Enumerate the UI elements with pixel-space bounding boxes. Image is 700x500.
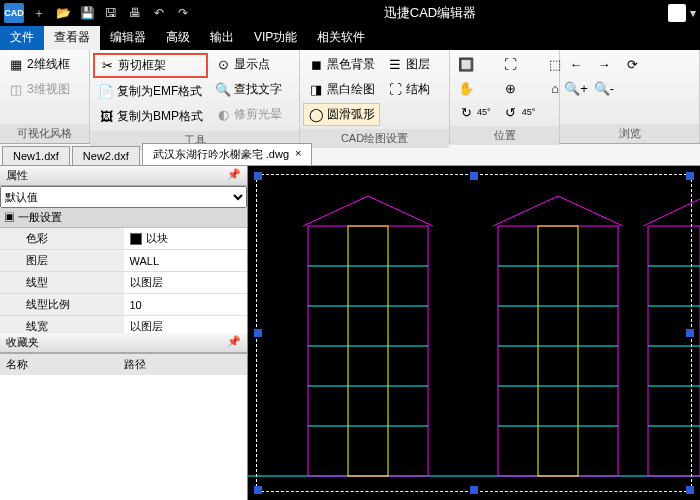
quick-access-toolbar: ＋ 📂 💾 🖫 🖶 ↶ ↷ (30, 4, 192, 22)
default-select[interactable]: 默认值 (0, 186, 247, 208)
zoomext-icon: ⛶ (503, 56, 519, 72)
app-title: 迅捷CAD编辑器 (192, 4, 668, 22)
menu-output[interactable]: 输出 (200, 26, 244, 50)
prop-value[interactable]: 以块 (124, 228, 248, 249)
menu-editor[interactable]: 编辑器 (100, 26, 156, 50)
user-avatar-icon[interactable] (668, 4, 686, 22)
avatar-dropdown-icon[interactable]: ▾ (690, 6, 696, 20)
point-icon: ⊙ (215, 57, 231, 73)
selection-handle[interactable] (686, 172, 694, 180)
doc-tab[interactable]: New1.dxf (2, 146, 70, 165)
zoomout-icon: 🔍- (596, 80, 612, 96)
btn-bw-plot[interactable]: ◨黑白绘图 (303, 78, 380, 101)
arc-icon: ◯ (308, 107, 324, 123)
bmp-icon: 🖼 (98, 109, 114, 125)
btn-trim-halo[interactable]: ◐修剪光晕 (210, 103, 287, 126)
btn-zoom-out[interactable]: 🔍- (591, 77, 617, 99)
undo-icon[interactable]: ↶ (150, 4, 168, 22)
btn-black-bg[interactable]: ◼黑色背景 (303, 53, 380, 76)
menu-viewer[interactable]: 查看器 (44, 26, 100, 50)
selection-marquee (256, 174, 692, 492)
menu-file[interactable]: 文件 (0, 26, 44, 50)
btn-refresh[interactable]: ⟳ (619, 53, 645, 75)
favorites-list (0, 375, 247, 500)
btn-2d-wireframe[interactable]: ▦2维线框 (3, 53, 75, 76)
selection-handle[interactable] (686, 329, 694, 337)
ribbon-group-title: 位置 (450, 126, 559, 145)
btn-copy-bmp[interactable]: 🖼复制为BMP格式 (93, 105, 208, 128)
prop-key: 线型 (0, 272, 124, 293)
prop-value[interactable]: 以图层 (124, 272, 248, 293)
saveas-icon[interactable]: 🖫 (102, 4, 120, 22)
doc-tab[interactable]: New2.dxf (72, 146, 140, 165)
btn-3d-view[interactable]: ◫3维视图 (3, 78, 75, 101)
selection-handle[interactable] (254, 486, 262, 494)
menu-related[interactable]: 相关软件 (307, 26, 375, 50)
btn-zoom-in[interactable]: 🔍+ (563, 77, 589, 99)
selection-handle[interactable] (254, 172, 262, 180)
redo-icon[interactable]: ↷ (174, 4, 192, 22)
property-list: ▣ 一般设置 色彩以块图层WALL线型以图层线型比例10线宽以图层 (0, 208, 247, 333)
prop-key: 线宽 (0, 316, 124, 333)
prop-section[interactable]: ▣ 一般设置 (0, 208, 247, 228)
btn-layer[interactable]: ☰图层 (382, 53, 435, 76)
doc-tab-active[interactable]: 武汉东湖行吟水榭豪宅 .dwg× (142, 143, 313, 165)
ribbon-group-title: 可视化风格 (0, 124, 89, 143)
app-logo: CAD (4, 3, 24, 23)
btn-find-text[interactable]: 🔍查找文字 (210, 78, 287, 101)
btn-smooth-arc[interactable]: ◯圆滑弧形 (303, 103, 380, 126)
favorites-columns: 名称 路径 (0, 353, 247, 375)
btn-rotate2[interactable]: ↺45° (498, 101, 541, 123)
prop-value[interactable]: WALL (124, 250, 248, 271)
rotate-icon: ↻ (458, 104, 474, 120)
pin-icon[interactable]: 📌 (227, 335, 241, 350)
btn-nav-fwd[interactable]: → (591, 53, 617, 75)
btn-pan[interactable]: ✋ (453, 77, 496, 99)
prop-row[interactable]: 色彩以块 (0, 228, 247, 250)
btn-clip-frame[interactable]: ✂剪切框架 (93, 53, 208, 78)
favorites-header: 收藏夹 📌 (0, 333, 247, 353)
drawing-canvas[interactable] (248, 166, 700, 500)
save-icon[interactable]: 💾 (78, 4, 96, 22)
struct-icon: ⛶ (387, 82, 403, 98)
prop-value[interactable]: 以图层 (124, 316, 248, 333)
btn-rotate[interactable]: ↻45° (453, 101, 496, 123)
menu-bar: 文件 查看器 编辑器 高级 输出 VIP功能 相关软件 (0, 26, 700, 50)
prop-key: 线型比例 (0, 294, 124, 315)
prop-value[interactable]: 10 (124, 294, 248, 315)
print-icon[interactable]: 🖶 (126, 4, 144, 22)
trim-icon: ◐ (215, 107, 231, 123)
properties-panel: 属性 📌 默认值 ▣ 一般设置 色彩以块图层WALL线型以图层线型比例10线宽以… (0, 166, 248, 500)
selection-handle[interactable] (470, 172, 478, 180)
menu-advanced[interactable]: 高级 (156, 26, 200, 50)
prop-row[interactable]: 图层WALL (0, 250, 247, 272)
new-icon[interactable]: ＋ (30, 4, 48, 22)
pin-icon[interactable]: 📌 (227, 168, 241, 183)
zoomin-icon: 🔍+ (568, 80, 584, 96)
rotate2-icon: ↺ (503, 104, 519, 120)
open-icon[interactable]: 📂 (54, 4, 72, 22)
btn-zoom-ext[interactable]: ⛶ (498, 53, 541, 75)
btn-copy-emf[interactable]: 📄复制为EMF格式 (93, 80, 208, 103)
prop-row[interactable]: 线型以图层 (0, 272, 247, 294)
selection-handle[interactable] (470, 486, 478, 494)
close-icon[interactable]: × (295, 147, 301, 162)
bw-icon: ◨ (308, 82, 324, 98)
btn-zoom-win[interactable]: 🔲 (453, 53, 496, 75)
selection-handle[interactable] (254, 329, 262, 337)
prop-row[interactable]: 线宽以图层 (0, 316, 247, 333)
selection-handle[interactable] (686, 486, 694, 494)
search-icon: 🔍 (215, 82, 231, 98)
title-bar: CAD ＋ 📂 💾 🖫 🖶 ↶ ↷ 迅捷CAD编辑器 ▾ (0, 0, 700, 26)
prop-row[interactable]: 线型比例10 (0, 294, 247, 316)
zoomall-icon: ⊕ (503, 80, 519, 96)
prop-key: 图层 (0, 250, 124, 271)
btn-structure[interactable]: ⛶结构 (382, 78, 435, 101)
wireframe-icon: ▦ (8, 57, 24, 73)
menu-vip[interactable]: VIP功能 (244, 26, 307, 50)
btn-show-points[interactable]: ⊙显示点 (210, 53, 287, 76)
btn-zoom-all[interactable]: ⊕ (498, 77, 541, 99)
ribbon-group-title: 浏览 (560, 124, 699, 143)
refresh-icon: ⟳ (624, 56, 640, 72)
btn-nav-back[interactable]: ← (563, 53, 589, 75)
